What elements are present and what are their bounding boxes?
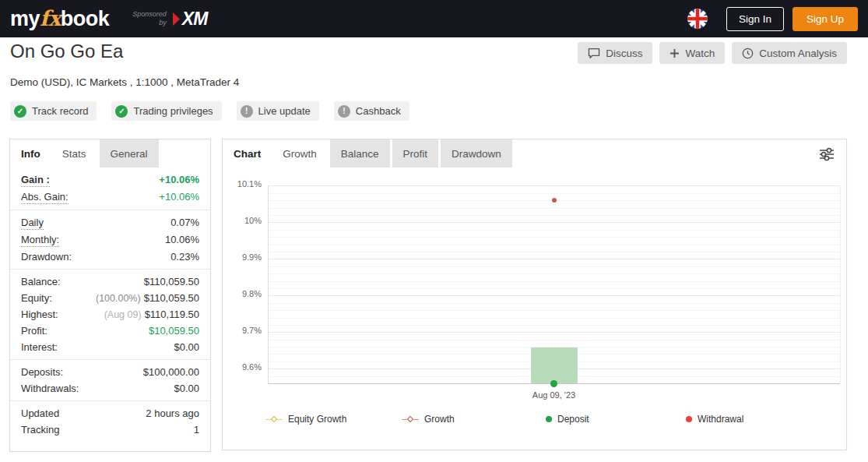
info-row-gain: Gain :+10.06%	[21, 171, 199, 189]
info-row-profit: Profit:$10,059.50	[21, 323, 199, 339]
major-gridline	[268, 259, 840, 259]
legend-label: Deposit	[557, 414, 589, 425]
legend-item-growth[interactable]: Growth	[402, 414, 455, 425]
data-point-growth	[552, 198, 557, 203]
info-label: Withdrawals:	[21, 383, 79, 395]
divider	[10, 269, 210, 270]
page: myfxbook Sponsored by XM	[0, 0, 868, 462]
badge-label: Live update	[258, 105, 311, 117]
minor-gridline	[268, 215, 840, 216]
plot-right-border	[840, 185, 841, 383]
minor-gridline	[268, 237, 840, 238]
account-subtitle: Demo (USD), IC Markets , 1:1000 , MetaTr…	[10, 76, 239, 88]
minor-gridline	[268, 325, 840, 326]
sign-up-button[interactable]: Sign Up	[792, 7, 858, 31]
info-value: $110,059.50	[144, 276, 199, 288]
info-label[interactable]: Daily	[21, 217, 44, 230]
badge-track-record[interactable]: ✓Track record	[10, 101, 97, 121]
minor-gridline	[268, 230, 840, 231]
info-row-interest: Interest:$0.00	[21, 339, 199, 355]
speech-bubble-icon	[588, 48, 600, 59]
y-axis-tick-label: 10.1%	[223, 179, 262, 189]
legend-item-deposit[interactable]: Deposit	[546, 414, 589, 425]
check-circle-icon: ✓	[14, 105, 26, 118]
info-row-drawdown: Drawdown:0.23%	[21, 249, 199, 265]
discuss-button[interactable]: Discuss	[578, 42, 652, 64]
logo-book: book	[61, 7, 110, 30]
check-circle-icon: ✓	[115, 105, 128, 118]
info-label[interactable]: Abs. Gain:	[21, 191, 69, 204]
info-value: 1	[194, 424, 199, 436]
minor-gridline	[268, 245, 840, 245]
legend-marker-withdrawal	[686, 416, 692, 422]
info-label: Highest:	[21, 309, 58, 321]
minor-gridline	[268, 252, 840, 252]
xm-logo-text: XM	[182, 10, 208, 28]
discuss-label: Discuss	[606, 48, 642, 59]
badge-trading-privileges[interactable]: ✓Trading privileges	[111, 101, 221, 121]
tab-stats[interactable]: Stats	[51, 139, 97, 168]
divider	[10, 400, 210, 401]
info-rows: Gain :+10.06%Abs. Gain:+10.06%Daily0.07%…	[10, 168, 210, 438]
info-value: (Aug 09)$110,119.50	[104, 309, 199, 321]
x-axis-tick-label: Aug 09, '23	[532, 390, 575, 400]
badge-live-update[interactable]: !Live update	[237, 101, 319, 121]
info-value: $10,059.50	[149, 325, 199, 337]
logo-my: my	[10, 7, 40, 30]
sponsor-block[interactable]: Sponsored by XM	[132, 10, 207, 28]
major-gridline	[268, 295, 840, 296]
major-gridline	[268, 185, 840, 186]
info-label: Drawdown:	[21, 251, 72, 263]
info-row-abs-gain: Abs. Gain:+10.06%	[21, 189, 199, 206]
badge-cashback[interactable]: !Cashback	[334, 101, 409, 121]
tab-general[interactable]: General	[100, 139, 159, 168]
legend-label: Growth	[424, 414, 455, 425]
info-row-updated: Updated2 hours ago	[21, 405, 199, 421]
badge-label: Trading privileges	[133, 105, 213, 117]
y-axis-tick-label: 9.7%	[223, 326, 262, 335]
minor-gridline	[268, 340, 840, 340]
info-tabs: InfoStatsGeneral	[10, 139, 210, 168]
sponsored-by-label: Sponsored by	[132, 10, 167, 27]
info-value: 0.07%	[170, 217, 199, 229]
plus-icon	[669, 48, 680, 58]
myfxbook-logo[interactable]: myfxbook	[10, 8, 109, 30]
y-axis-tick-label: 9.8%	[223, 289, 262, 298]
sign-in-button[interactable]: Sign In	[726, 7, 784, 31]
info-row-daily: Daily0.07%	[21, 214, 199, 231]
info-value: +10.06%	[159, 174, 199, 186]
account-actions: Discuss Watch Custom Analysis	[578, 42, 847, 64]
exclamation-circle-icon: !	[338, 105, 350, 118]
legend-label: Equity Growth	[288, 414, 346, 425]
info-label: Updated	[21, 407, 59, 420]
y-axis-tick-label: 9.9%	[223, 252, 262, 262]
info-row-highest: Highest:(Aug 09)$110,119.50	[21, 306, 199, 323]
divider	[10, 359, 210, 360]
info-label: Tracking	[21, 424, 59, 436]
minor-gridline	[268, 318, 840, 319]
info-row-withdrawals: Withdrawals:$0.00	[21, 380, 199, 397]
broker-link[interactable]: IC Markets	[76, 76, 127, 88]
minor-gridline	[268, 303, 840, 304]
language-flag-icon[interactable]	[687, 9, 708, 29]
tab-info[interactable]: Info	[10, 139, 51, 168]
minor-gridline	[268, 310, 840, 311]
info-row-monthly: Monthly:10.06%	[21, 231, 199, 249]
info-value: 0.23%	[170, 251, 199, 263]
custom-analysis-button[interactable]: Custom Analysis	[732, 42, 847, 64]
info-label[interactable]: Gain :	[21, 174, 50, 187]
legend-item-withdrawal[interactable]: Withdrawal	[686, 414, 743, 425]
legend-item-equity-growth[interactable]: Equity Growth	[265, 414, 346, 425]
watch-label: Watch	[685, 48, 715, 59]
info-label: Balance:	[21, 276, 61, 288]
data-point-deposit	[550, 380, 557, 387]
major-gridline	[268, 222, 840, 223]
legend-label: Withdrawal	[698, 414, 743, 425]
xm-arrow-icon	[172, 12, 181, 26]
watch-button[interactable]: Watch	[659, 42, 725, 64]
divider	[10, 210, 210, 210]
info-label[interactable]: Monthly:	[21, 234, 59, 247]
info-value: 10.06%	[165, 234, 199, 246]
info-label: Equity:	[21, 292, 52, 305]
info-label: Interest:	[21, 341, 58, 354]
